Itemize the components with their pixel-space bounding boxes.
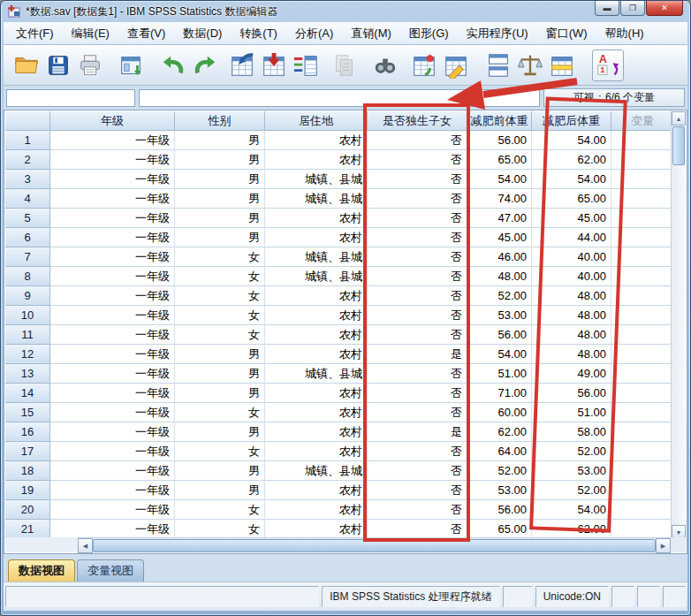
row-number-cell[interactable]: 3 [5,170,50,189]
goto-variable-icon[interactable] [258,49,290,81]
data-cell[interactable]: 女 [175,247,265,267]
data-cell[interactable]: 一年级 [50,209,175,228]
row-number-cell[interactable]: 18 [5,461,50,481]
data-cell[interactable]: 一年级 [50,267,175,286]
row-number-cell[interactable]: 14 [5,384,50,403]
row-number-cell[interactable]: 16 [5,422,50,442]
column-header-7[interactable]: 变量 [611,111,671,131]
data-cell[interactable]: 农村 [265,422,368,442]
data-cell[interactable]: 40.00 [532,267,611,286]
data-cell[interactable] [611,403,671,422]
data-cell[interactable]: 农村 [265,403,368,422]
data-cell[interactable] [611,500,671,520]
cell-editor-field[interactable] [139,89,540,107]
data-cell[interactable]: 52.00 [532,481,611,500]
data-cell[interactable]: 否 [368,481,467,500]
data-cell[interactable]: 城镇、县城 [265,170,368,189]
data-cell[interactable]: 47.00 [467,209,532,228]
data-cell[interactable] [611,422,671,442]
data-cell[interactable]: 否 [368,189,467,209]
close-button[interactable]: ✕ [646,1,683,16]
data-cell[interactable]: 男 [175,170,265,189]
data-cell[interactable]: 城镇、县城 [265,461,368,481]
menu-item-window[interactable]: 窗口(W) [537,23,596,44]
data-cell[interactable]: 城镇、县城 [265,247,368,267]
data-cell[interactable] [611,461,671,481]
data-cell[interactable]: 44.00 [532,228,611,247]
data-cell[interactable] [611,150,671,170]
data-cell[interactable]: 一年级 [50,247,175,267]
split-file-icon[interactable] [482,49,514,81]
vertical-scrollbar[interactable]: ▲ ▼ [671,111,686,539]
data-cell[interactable] [611,131,671,150]
menu-item-utilities[interactable]: 实用程序(U) [458,23,537,44]
data-cell[interactable]: 否 [368,209,467,228]
data-cell[interactable]: 48.00 [532,325,611,345]
data-cell[interactable]: 一年级 [50,403,175,422]
data-cell[interactable]: 一年级 [50,325,175,345]
value-labels-icon[interactable]: A1 [592,49,624,81]
data-cell[interactable]: 一年级 [50,170,175,189]
data-cell[interactable]: 男 [175,189,265,209]
data-cell[interactable]: 52.00 [532,442,611,461]
data-cell[interactable]: 否 [368,267,467,286]
data-cell[interactable]: 48.00 [532,345,611,364]
data-cell[interactable]: 53.00 [532,461,611,481]
data-cell[interactable]: 城镇、县城 [265,364,368,384]
data-cell[interactable]: 农村 [265,209,368,228]
data-cell[interactable]: 女 [175,325,265,345]
data-cell[interactable]: 农村 [265,345,368,364]
data-cell[interactable]: 女 [175,306,265,325]
row-number-cell[interactable]: 19 [5,481,50,500]
data-cell[interactable]: 男 [175,209,265,228]
data-cell[interactable]: 男 [175,461,265,481]
data-cell[interactable]: 一年级 [50,131,175,150]
data-cell[interactable]: 女 [175,500,265,520]
data-cell[interactable]: 46.00 [467,247,532,267]
tab-variable-view[interactable]: 变量视图 [77,559,144,582]
data-cell[interactable]: 一年级 [50,481,175,500]
row-number-cell[interactable]: 17 [5,442,50,461]
data-cell[interactable]: 男 [175,131,265,150]
row-number-cell[interactable]: 21 [5,520,50,539]
insert-variable-icon[interactable] [440,49,472,81]
data-cell[interactable]: 45.00 [532,209,611,228]
menu-item-view[interactable]: 查看(V) [118,23,174,44]
menu-item-file[interactable]: 文件(F) [7,23,63,44]
scroll-right-button[interactable]: ▶ [656,538,671,553]
data-cell[interactable]: 农村 [265,150,368,170]
data-cell[interactable]: 农村 [265,500,368,520]
data-cell[interactable]: 65.00 [532,189,611,209]
data-cell[interactable]: 48.00 [532,286,611,306]
scroll-up-button[interactable]: ▲ [672,111,686,125]
data-cell[interactable] [611,481,671,500]
data-cell[interactable] [611,247,671,267]
data-cell[interactable]: 65.00 [467,150,532,170]
row-number-cell[interactable]: 9 [5,286,50,306]
restore-button[interactable]: ❐ [620,1,645,16]
data-cell[interactable]: 48.00 [532,306,611,325]
case-reference-box[interactable] [6,89,135,107]
data-cell[interactable]: 否 [368,131,467,150]
row-number-cell[interactable]: 10 [5,306,50,325]
row-number-cell[interactable]: 4 [5,189,50,209]
data-cell[interactable] [611,209,671,228]
data-cell[interactable]: 一年级 [50,228,175,247]
data-cell[interactable]: 城镇、县城 [265,189,368,209]
row-number-cell[interactable]: 15 [5,403,50,422]
data-cell[interactable]: 48.00 [467,267,532,286]
data-cell[interactable]: 60.00 [467,403,532,422]
save-icon[interactable] [42,49,74,81]
data-cell[interactable] [611,364,671,384]
data-cell[interactable]: 否 [368,500,467,520]
data-cell[interactable]: 农村 [265,228,368,247]
data-cell[interactable]: 一年级 [50,461,175,481]
weight-cases-icon[interactable] [514,49,546,81]
data-cell[interactable] [611,384,671,403]
data-cell[interactable]: 58.00 [532,422,611,442]
data-cell[interactable]: 女 [175,403,265,422]
data-cell[interactable]: 62.00 [467,422,532,442]
data-cell[interactable] [611,442,671,461]
data-cell[interactable]: 否 [368,461,467,481]
data-cell[interactable]: 54.00 [532,131,611,150]
